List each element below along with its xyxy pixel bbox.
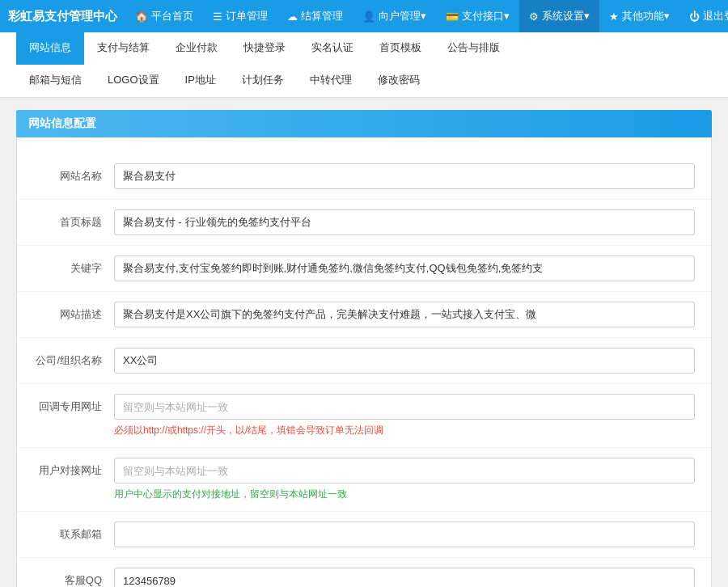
nav-orders[interactable]: ☰ 订单管理 bbox=[203, 0, 277, 32]
sub-nav-row1: 网站信息 支付与结算 企业付款 快捷登录 实名认证 首页模板 公告与排版 bbox=[16, 32, 712, 65]
subnav-email-sms-label: 邮箱与短信 bbox=[29, 74, 82, 86]
nav-settlement[interactable]: ☁ 结算管理 bbox=[277, 0, 353, 32]
input-site-name[interactable] bbox=[114, 163, 695, 189]
input-qq[interactable] bbox=[114, 568, 695, 587]
input-callback-url[interactable] bbox=[114, 394, 695, 420]
input-company-name[interactable] bbox=[114, 348, 695, 374]
form-row-company-name: 公司/组织名称 bbox=[17, 338, 711, 384]
subnav-real-name[interactable]: 实名认证 bbox=[298, 32, 366, 65]
input-user-connect-url[interactable] bbox=[114, 458, 695, 484]
subnav-quick-login-label: 快捷登录 bbox=[243, 41, 286, 53]
input-keywords[interactable] bbox=[114, 255, 695, 281]
nav-more[interactable]: ★ 其他功能▾ bbox=[599, 0, 679, 32]
input-email[interactable] bbox=[114, 522, 695, 547]
label-keywords: 关键字 bbox=[33, 255, 114, 276]
label-callback-url: 回调专用网址 bbox=[33, 394, 114, 414]
nav-home-label: 平台首页 bbox=[151, 9, 193, 23]
app-logo: 彩虹易支付管理中心 bbox=[8, 9, 117, 24]
form-container: 网站名称 首页标题 关键字 网站描述 公 bbox=[16, 137, 712, 587]
subnav-site-info-label: 网站信息 bbox=[29, 41, 71, 53]
orders-icon: ☰ bbox=[213, 11, 222, 23]
subnav-email-sms[interactable]: 邮箱与短信 bbox=[16, 65, 95, 97]
nav-payment-label: 支付接口▾ bbox=[462, 9, 510, 23]
nav-more-label: 其他功能▾ bbox=[622, 9, 670, 23]
subnav-company-pay[interactable]: 企业付款 bbox=[163, 32, 231, 65]
nav-payment[interactable]: 💳 支付接口▾ bbox=[436, 0, 519, 32]
subnav-logo-settings[interactable]: LOGO设置 bbox=[95, 65, 172, 97]
sub-nav-row2: 邮箱与短信 LOGO设置 IP地址 计划任务 中转代理 修改密码 bbox=[16, 65, 712, 97]
form-row-home-title: 首页标题 bbox=[17, 200, 711, 246]
field-callback-url: 必须以http://或https://开头，以/结尾，填错会导致订单无法回调 bbox=[114, 394, 695, 437]
home-icon: 🏠 bbox=[135, 11, 148, 23]
form-row-site-name: 网站名称 bbox=[17, 154, 711, 200]
hint-callback-url: 必须以http://或https://开头，以/结尾，填错会导致订单无法回调 bbox=[114, 424, 695, 437]
field-email bbox=[114, 522, 695, 547]
payment-icon: 💳 bbox=[446, 11, 459, 23]
more-icon: ★ bbox=[609, 11, 619, 23]
form-row-keywords: 关键字 bbox=[17, 246, 711, 292]
label-company-name: 公司/组织名称 bbox=[33, 348, 114, 368]
nav-orders-label: 订单管理 bbox=[226, 9, 268, 23]
label-site-desc: 网站描述 bbox=[33, 302, 114, 322]
label-home-title: 首页标题 bbox=[33, 209, 114, 230]
users-icon: 👤 bbox=[362, 11, 375, 23]
subnav-site-info[interactable]: 网站信息 bbox=[16, 32, 84, 65]
subnav-home-template-label: 首页模板 bbox=[379, 41, 421, 53]
field-company-name bbox=[114, 348, 695, 374]
subnav-real-name-label: 实名认证 bbox=[311, 41, 353, 53]
settings-icon: ⚙ bbox=[529, 11, 539, 23]
form-row-callback-url: 回调专用网址 必须以http://或https://开头，以/结尾，填错会导致订… bbox=[17, 384, 711, 448]
subnav-quick-login[interactable]: 快捷登录 bbox=[231, 32, 298, 65]
section-header: 网站信息配置 bbox=[16, 110, 712, 137]
field-home-title bbox=[114, 209, 695, 235]
hint-user-connect-url: 用户中心显示的支付对接地址，留空则与本站网址一致 bbox=[114, 488, 695, 501]
label-email: 联系邮箱 bbox=[33, 522, 114, 542]
nav-logout-label: 退出登 bbox=[703, 9, 728, 23]
input-site-desc[interactable] bbox=[114, 302, 695, 327]
field-site-name bbox=[114, 163, 695, 189]
label-user-connect-url: 用户对接网址 bbox=[33, 458, 114, 478]
subnav-change-pwd[interactable]: 修改密码 bbox=[365, 65, 433, 97]
subnav-notice-sort[interactable]: 公告与排版 bbox=[434, 32, 513, 65]
subnav-transfer-agent-label: 中转代理 bbox=[310, 74, 352, 86]
nav-items: 🏠 平台首页 ☰ 订单管理 ☁ 结算管理 👤 向户管理▾ 💳 支付接口▾ ⚙ 系… bbox=[125, 0, 728, 32]
form-row-user-connect-url: 用户对接网址 用户中心显示的支付对接地址，留空则与本站网址一致 bbox=[17, 448, 711, 512]
subnav-plan-task[interactable]: 计划任务 bbox=[229, 65, 297, 97]
form-row-site-desc: 网站描述 bbox=[17, 292, 711, 338]
nav-users[interactable]: 👤 向户管理▾ bbox=[353, 0, 436, 32]
subnav-payment-settle[interactable]: 支付与结算 bbox=[84, 32, 163, 65]
subnav-payment-settle-label: 支付与结算 bbox=[97, 41, 150, 53]
subnav-company-pay-label: 企业付款 bbox=[176, 41, 218, 53]
sub-nav: 网站信息 支付与结算 企业付款 快捷登录 实名认证 首页模板 公告与排版 邮箱与… bbox=[0, 32, 728, 98]
subnav-transfer-agent[interactable]: 中转代理 bbox=[297, 65, 365, 97]
logout-icon: ⏻ bbox=[689, 11, 700, 23]
subnav-ip-addr[interactable]: IP地址 bbox=[172, 65, 229, 97]
subnav-home-template[interactable]: 首页模板 bbox=[366, 32, 434, 65]
form-row-email: 联系邮箱 bbox=[17, 512, 711, 558]
field-qq bbox=[114, 568, 695, 587]
subnav-logo-settings-label: LOGO设置 bbox=[108, 74, 159, 86]
nav-users-label: 向户管理▾ bbox=[379, 9, 426, 23]
subnav-ip-addr-label: IP地址 bbox=[185, 74, 216, 86]
subnav-notice-sort-label: 公告与排版 bbox=[447, 41, 500, 53]
field-keywords bbox=[114, 255, 695, 281]
label-qq: 客服QQ bbox=[33, 568, 114, 587]
field-user-connect-url: 用户中心显示的支付对接地址，留空则与本站网址一致 bbox=[114, 458, 695, 501]
main-content: 网站信息配置 网站名称 首页标题 关键字 网站描述 bbox=[0, 98, 728, 587]
nav-settings-label: 系统设置▾ bbox=[542, 9, 590, 23]
nav-home[interactable]: 🏠 平台首页 bbox=[125, 0, 203, 32]
label-site-name: 网站名称 bbox=[33, 163, 114, 184]
field-site-desc bbox=[114, 302, 695, 327]
settlement-icon: ☁ bbox=[287, 11, 298, 23]
input-home-title[interactable] bbox=[114, 209, 695, 235]
form-row-qq: 客服QQ bbox=[17, 558, 711, 587]
subnav-plan-task-label: 计划任务 bbox=[242, 74, 284, 86]
nav-logout[interactable]: ⏻ 退出登 bbox=[679, 0, 728, 32]
subnav-change-pwd-label: 修改密码 bbox=[378, 74, 420, 86]
nav-settings[interactable]: ⚙ 系统设置▾ bbox=[519, 0, 599, 32]
top-nav: 彩虹易支付管理中心 🏠 平台首页 ☰ 订单管理 ☁ 结算管理 👤 向户管理▾ 💳… bbox=[0, 0, 728, 32]
nav-settlement-label: 结算管理 bbox=[301, 9, 343, 23]
